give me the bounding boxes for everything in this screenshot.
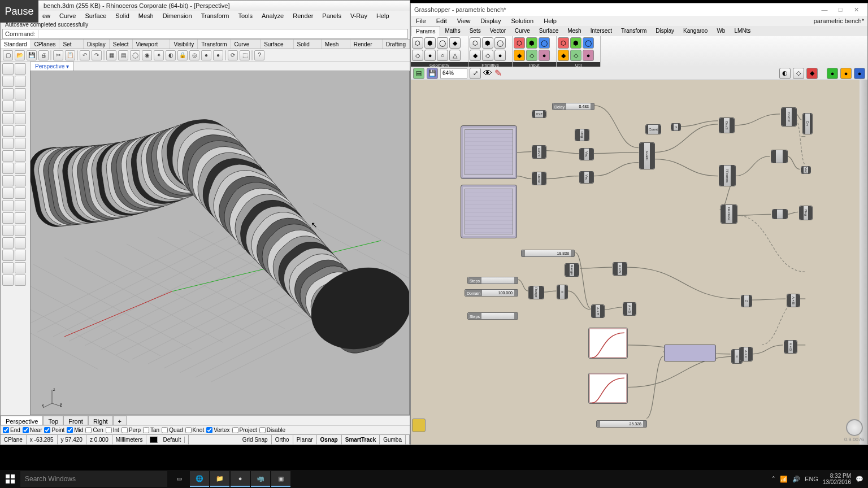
ghicon-input-3[interactable]: ◆ bbox=[514, 50, 525, 61]
toolbar-icon-0[interactable]: ▢ bbox=[3, 50, 13, 60]
ghicon-geometry-1[interactable]: ⬢ bbox=[424, 37, 436, 49]
pause-button[interactable]: Pause bbox=[0, 0, 38, 23]
sidetool-icon-27[interactable] bbox=[15, 225, 26, 236]
sidetool-icon-9[interactable] bbox=[15, 113, 26, 124]
gh-component[interactable]: DeVc bbox=[532, 172, 546, 185]
ghicon-geometry-6[interactable]: ○ bbox=[437, 50, 448, 61]
gh-component[interactable]: DeVc bbox=[532, 145, 546, 159]
gh-component[interactable]: A×B bbox=[787, 294, 800, 307]
ghtab-display[interactable]: Display bbox=[651, 26, 679, 36]
taskbar-search[interactable]: Search Windows bbox=[20, 471, 167, 487]
task-view-icon[interactable]: ▭ bbox=[170, 471, 189, 487]
gh-component[interactable]: EvalC bbox=[639, 142, 655, 169]
gh-component[interactable]: ? bbox=[671, 123, 681, 131]
sidetool-icon-33[interactable] bbox=[15, 262, 26, 273]
toolbar-icon-16[interactable]: ◐ bbox=[166, 50, 176, 60]
orange-icon[interactable]: ● bbox=[840, 68, 852, 79]
tray-chevron-icon[interactable]: ˄ bbox=[772, 476, 775, 483]
tab-solid-tools[interactable]: Solid Tools bbox=[294, 40, 322, 49]
gh-component[interactable]: Range bbox=[528, 286, 544, 299]
taskbar-rhino-icon[interactable]: 🦏 bbox=[251, 471, 270, 487]
ghicon-geometry-0[interactable]: ⬡ bbox=[412, 37, 423, 49]
gh-compass[interactable] bbox=[846, 419, 863, 436]
sidetool-icon-17[interactable] bbox=[15, 163, 26, 174]
sidetool-icon-1[interactable] bbox=[15, 63, 26, 75]
vtab-+[interactable]: + bbox=[113, 416, 127, 425]
sidetool-icon-24[interactable] bbox=[2, 212, 14, 224]
toolbar-icon-6[interactable]: 📋 bbox=[65, 50, 75, 60]
toolbar-icon-11[interactable]: ▦ bbox=[106, 50, 116, 60]
gh-component[interactable]: A bbox=[557, 285, 568, 299]
sidetool-icon-10[interactable] bbox=[2, 125, 14, 137]
toolbar-icon-18[interactable]: ◎ bbox=[189, 50, 199, 60]
menu-panels[interactable]: Panels bbox=[318, 11, 346, 21]
menu-solid[interactable]: Solid bbox=[111, 11, 133, 21]
gh-component[interactable]: Count bbox=[645, 124, 661, 134]
wire-icon[interactable]: ◇ bbox=[793, 68, 804, 79]
ghmenu-file[interactable]: File bbox=[411, 16, 431, 26]
ghicon-primitive-5[interactable]: ● bbox=[494, 50, 506, 61]
status-gridsnap[interactable]: Grid Snap bbox=[239, 435, 272, 445]
osnap-cen[interactable]: Cen bbox=[85, 427, 103, 433]
status-ortho[interactable]: Ortho bbox=[272, 435, 293, 445]
ghtab-sets[interactable]: Sets bbox=[465, 26, 485, 36]
ghtab-intersect[interactable]: Intersect bbox=[586, 26, 617, 36]
sidetool-icon-30[interactable] bbox=[2, 250, 14, 261]
status-smarttrack[interactable]: SmartTrack bbox=[342, 435, 380, 445]
sidetool-icon-0[interactable] bbox=[2, 63, 14, 75]
ghicon-primitive-4[interactable]: ◇ bbox=[482, 50, 493, 61]
gh-highlighted-component[interactable] bbox=[664, 345, 716, 361]
menu-analyze[interactable]: Analyze bbox=[257, 11, 288, 21]
command-input[interactable] bbox=[38, 30, 407, 38]
ghicon-input-1[interactable]: ⬢ bbox=[526, 37, 537, 49]
sidetool-icon-12[interactable] bbox=[2, 138, 14, 149]
taskbar-chrome-icon[interactable]: 🌐 bbox=[190, 471, 209, 487]
sidetool-icon-19[interactable] bbox=[15, 175, 26, 186]
ghtab-lmnts[interactable]: LMNts bbox=[730, 26, 755, 36]
menu-curve[interactable]: Curve bbox=[55, 11, 80, 21]
gh-component[interactable] bbox=[771, 150, 788, 163]
sidetool-icon-5[interactable] bbox=[15, 88, 26, 99]
ghicon-geometry-5[interactable]: ● bbox=[424, 50, 436, 61]
vtab-top[interactable]: Top bbox=[43, 416, 63, 425]
osnap-project[interactable]: Project bbox=[232, 427, 257, 433]
tab-render-tools[interactable]: Render Tools bbox=[350, 40, 383, 49]
preview-selected-icon[interactable]: ◆ bbox=[806, 68, 818, 79]
toolbar-icon-17[interactable]: 🔒 bbox=[177, 50, 188, 60]
gh-component[interactable]: DePlane bbox=[721, 204, 737, 224]
sidetool-icon-7[interactable] bbox=[15, 101, 26, 112]
tab-set-view[interactable]: Set View bbox=[59, 40, 84, 49]
sidetool-icon-25[interactable] bbox=[15, 212, 26, 224]
sidetool-icon-20[interactable] bbox=[2, 188, 14, 199]
close-button[interactable]: ✕ bbox=[848, 5, 864, 15]
sidetool-icon-11[interactable] bbox=[15, 125, 26, 137]
gh-component[interactable]: Rng bbox=[575, 129, 589, 141]
sidetool-icon-6[interactable] bbox=[2, 101, 14, 112]
green-icon[interactable]: ● bbox=[827, 68, 838, 79]
status-osnap[interactable]: Osnap bbox=[317, 435, 342, 445]
gh-panel[interactable] bbox=[461, 185, 517, 238]
osnap-mid[interactable]: Mid bbox=[67, 427, 83, 433]
ghicon-util-1[interactable]: ⬢ bbox=[570, 37, 581, 49]
toolbar-icon-23[interactable]: ⬚ bbox=[240, 50, 250, 60]
vtab-front[interactable]: Front bbox=[63, 416, 88, 425]
sidetool-icon-13[interactable] bbox=[15, 138, 26, 149]
tab-display[interactable]: Display bbox=[84, 40, 110, 49]
toolbar-icon-15[interactable]: ✦ bbox=[154, 50, 164, 60]
tray-network-icon[interactable]: 📶 bbox=[780, 476, 788, 483]
gh-component[interactable]: CrvCP bbox=[781, 107, 797, 127]
toolbar-icon-2[interactable]: 💾 bbox=[27, 50, 37, 60]
toolbar-icon-5[interactable]: ✂ bbox=[53, 50, 63, 60]
status-planar[interactable]: Planar bbox=[293, 435, 317, 445]
sidetool-icon-14[interactable] bbox=[2, 150, 14, 162]
tray-notifications-icon[interactable]: 💬 bbox=[856, 476, 863, 483]
tab-visibility[interactable]: Visibility bbox=[170, 40, 198, 49]
sidetool-icon-26[interactable] bbox=[2, 225, 14, 236]
viewport-tab[interactable]: Perspective ▾ bbox=[30, 62, 74, 71]
gh-graph[interactable] bbox=[588, 373, 628, 404]
ghicon-input-0[interactable]: ⬡ bbox=[514, 37, 525, 49]
osnap-disable[interactable]: Disable bbox=[259, 427, 285, 433]
ghtab-kangaroo[interactable]: Kangaroo bbox=[679, 26, 712, 36]
osnap-tan[interactable]: Tan bbox=[143, 427, 159, 433]
menu-render[interactable]: Render bbox=[288, 11, 318, 21]
